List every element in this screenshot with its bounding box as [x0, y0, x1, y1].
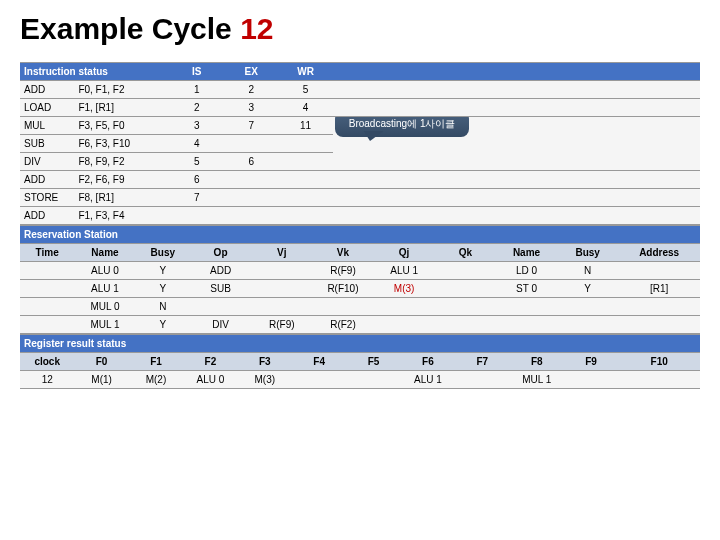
table-row: MUL 0N	[20, 298, 700, 316]
table-row: ALU 0YADDR(F9)ALU 1LD 0N	[20, 262, 700, 280]
table-row: ADD	[20, 81, 74, 99]
rs-header: Reservation Station	[20, 226, 700, 244]
table-row: STORE	[20, 189, 74, 207]
table-row: MUL 1YDIVR(F9)R(F2)	[20, 316, 700, 334]
table-row: SUB	[20, 135, 74, 153]
table-row: DIV	[20, 153, 74, 171]
col-wr: WR	[278, 63, 332, 81]
col-is: IS	[170, 63, 224, 81]
table-row: ADD	[20, 207, 74, 225]
reg-header: Register result status	[20, 335, 700, 353]
instruction-status-table: Instruction status IS EX WR ADDF0, F1, F…	[20, 62, 700, 225]
table-row: ADD	[20, 171, 74, 189]
instr-header: Instruction status	[20, 63, 170, 81]
page-title: Example Cycle 12	[20, 12, 700, 46]
reservation-station-table: Reservation Station Time Name Busy Op Vj…	[20, 225, 700, 334]
col-ex: EX	[224, 63, 278, 81]
table-row: LOAD	[20, 99, 74, 117]
table-row: ALU 1YSUBR(F10)M(3)ST 0Y[R1]	[20, 280, 700, 298]
table-row: 12 M(1) M(2) ALU 0 M(3) ALU 1 MUL 1	[20, 371, 700, 389]
register-result-table: Register result status clock F0 F1 F2 F3…	[20, 334, 700, 389]
table-row: MUL	[20, 117, 74, 135]
callout-badge: Broadcasting에 1사이클	[335, 117, 470, 138]
